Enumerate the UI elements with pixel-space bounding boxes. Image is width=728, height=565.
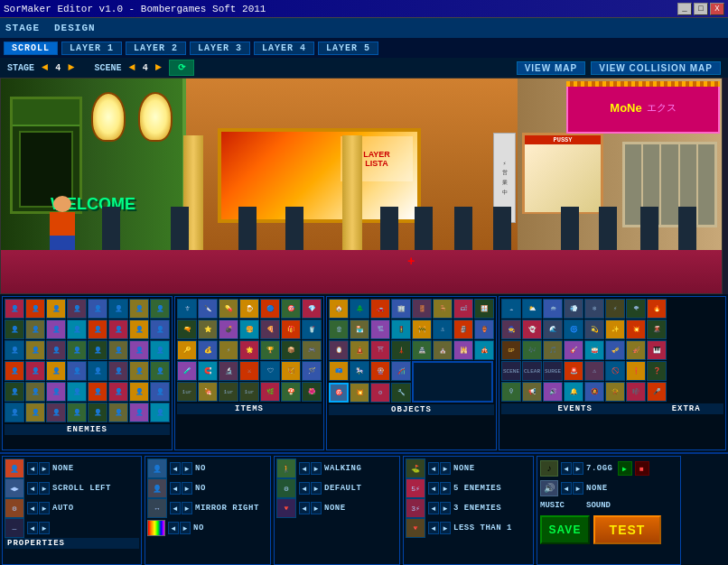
tab-layer1[interactable]: LAYER 1 [61,42,122,55]
music-play-btn[interactable]: ▶ [618,461,632,476]
prop-arrow-left-4[interactable]: ◄ [27,522,38,534]
item-14[interactable]: 🥤 [302,320,322,339]
item-27[interactable]: 🏹 [281,361,301,381]
event-7[interactable]: 🌪 [626,299,646,319]
event-15[interactable]: 🌋 [647,320,667,339]
event-wind[interactable]: 💨 [564,299,583,319]
prop-arrow-right-14[interactable]: ► [440,502,451,514]
save-button[interactable]: SAVE [540,515,590,544]
prop-arrow-left-14[interactable]: ◄ [428,502,439,514]
tab-layer5[interactable]: LAYER 5 [318,42,378,55]
event-lightning[interactable]: ⚡ [605,299,625,319]
item-34[interactable]: 🍄 [281,382,301,402]
object-12[interactable]: 🚦 [391,320,411,339]
object-27[interactable]: 🎡 [370,361,390,381]
event-26[interactable]: ⚠ [584,361,604,381]
enemy-sprite-5[interactable]: 👤 [88,299,107,319]
object-14[interactable]: ⚓ [433,320,453,339]
enemy-sprite-15[interactable]: 👤 [129,320,149,339]
enemy-sprite-25[interactable]: 👤 [5,361,24,381]
enemy-sprite-10[interactable]: 👤 [25,320,45,339]
event-cloud-2[interactable]: ⛅ [522,299,542,319]
enemy-sprite-30[interactable]: 👤 [108,361,128,381]
object-selected-3[interactable]: ⚙ [370,383,390,403]
enemy-sprite-11[interactable]: 👤 [46,320,66,339]
event-27[interactable]: 🚫 [605,361,625,381]
item-32[interactable]: 1ur [239,382,259,402]
enemy-sprite-46[interactable]: 👤 [108,403,128,422]
event-16[interactable]: 🎶 [522,340,542,360]
event-11[interactable]: 🌀 [564,320,583,339]
item-3[interactable]: 💊 [219,299,238,319]
enemy-sprite-6[interactable]: 👤 [108,299,128,319]
item-28[interactable]: 🪄 [302,361,322,381]
enemy-sprite-21[interactable]: 👤 [88,340,107,360]
event-10[interactable]: 🌊 [543,320,563,339]
object-6[interactable]: 🪑 [433,299,453,319]
item-1[interactable]: 🗡 [177,299,197,319]
test-button[interactable]: TEST [593,515,661,544]
item-12[interactable]: 🍕 [260,320,280,339]
object-8[interactable]: 🪟 [474,299,494,319]
prop-arrow-right-4[interactable]: ► [39,522,50,534]
event-32[interactable]: 🔊 [543,382,563,402]
enemy-sprite-16[interactable]: 👤 [150,320,170,339]
enemy-sprite-13[interactable]: 👤 [88,320,107,339]
enemy-sprite-12[interactable]: 👤 [67,320,87,339]
object-15[interactable]: 🗿 [453,320,473,339]
object-18[interactable]: 🛕 [350,340,369,360]
menu-stage[interactable]: STAGE [5,23,40,33]
item-10[interactable]: 💣 [219,320,238,339]
music-prev[interactable]: ◄ [561,462,572,475]
event-gp[interactable]: GP [501,340,521,360]
event-snow[interactable]: ❄ [584,299,604,319]
tab-layer2[interactable]: LAYER 2 [126,42,186,55]
enemy-sprite-8[interactable]: 👤 [150,299,170,319]
enemy-sprite-17[interactable]: 👤 [5,340,24,360]
enemy-sprite-37[interactable]: 👤 [88,382,107,402]
item-16[interactable]: 💰 [198,340,218,360]
item-24[interactable]: 🔬 [219,361,238,381]
object-selected-2[interactable]: 💥 [350,383,369,403]
item-18[interactable]: 🌟 [239,340,259,360]
enemy-sprite-35[interactable]: 👤 [46,382,66,402]
object-20[interactable]: 🗼 [391,340,411,360]
event-17[interactable]: 🎵 [543,340,563,360]
event-37[interactable]: 🎤 [647,382,667,402]
enemy-sprite-1[interactable]: 👤 [5,299,24,319]
object-16[interactable]: 🏺 [474,320,494,339]
scene-next[interactable]: ► [155,61,162,74]
event-19[interactable]: 🥁 [584,340,604,360]
tab-scroll[interactable]: SCROLL [4,42,58,55]
object-5[interactable]: 🚪 [412,299,432,319]
prop-arrow-left-15[interactable]: ◄ [428,522,439,534]
event-14[interactable]: 💥 [626,320,646,339]
prop-arrow-right-3[interactable]: ► [39,502,50,514]
event-20[interactable]: 🎺 [605,340,625,360]
object-selected-4[interactable]: 🔧 [391,383,411,403]
view-collision-button[interactable]: VIEW COLLISION MAP [591,61,721,75]
stage-prev[interactable]: ◄ [42,61,48,74]
enemy-sprite-18[interactable]: 👤 [25,340,45,360]
event-33[interactable]: 🔔 [564,382,583,402]
event-31[interactable]: 📢 [522,382,542,402]
event-22[interactable]: 🎹 [647,340,667,360]
item-31[interactable]: 1ur [219,382,238,402]
prop-arrow-right-12[interactable]: ► [440,462,451,475]
object-17[interactable]: 🪞 [329,340,349,360]
prop-arrow-left-1[interactable]: ◄ [27,462,38,475]
prop-arrow-right-10[interactable]: ► [311,482,322,495]
prop-arrow-left-8[interactable]: ◄ [168,522,179,534]
enemy-sprite-28[interactable]: 👤 [67,361,87,381]
enemy-sprite-43[interactable]: 👤 [46,403,66,422]
event-13[interactable]: ✨ [605,320,625,339]
item-9[interactable]: ⭐ [198,320,218,339]
item-7[interactable]: 💎 [302,299,322,319]
music-next[interactable]: ► [573,462,583,475]
tab-layer3[interactable]: LAYER 3 [190,42,250,55]
item-11[interactable]: 🍔 [239,320,259,339]
item-20[interactable]: 📦 [281,340,301,360]
prop-arrow-left-5[interactable]: ◄ [170,462,181,475]
item-29[interactable]: 1ur [177,382,197,402]
enemy-sprite-22[interactable]: 👤 [108,340,128,360]
